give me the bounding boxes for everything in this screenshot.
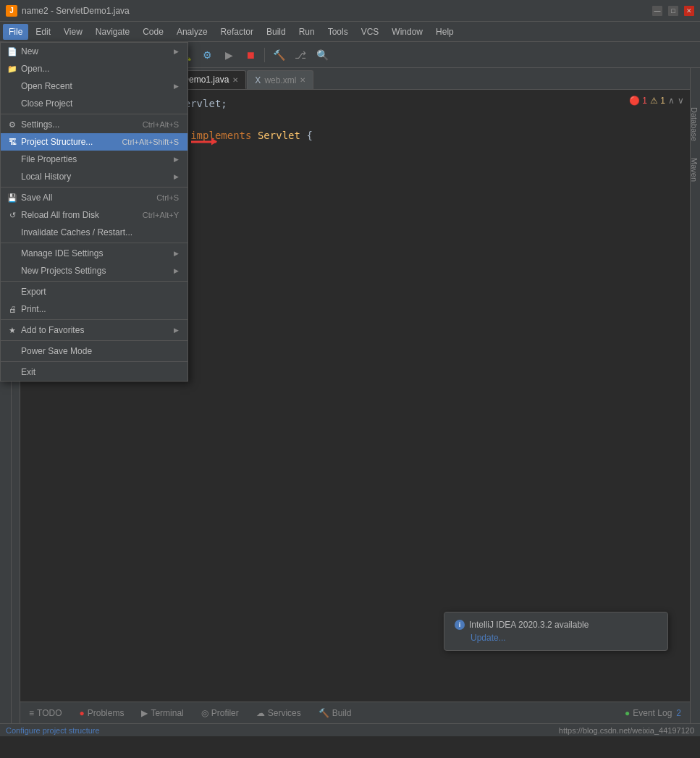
sep-7 [1, 361, 187, 362]
fav-icon: ★ [7, 324, 18, 336]
todo-icon: ≡ [29, 708, 34, 718]
menu-item-invalidate[interactable]: Invalidate Caches / Restart... [1, 224, 187, 241]
new-projects-label: New Projects Settings [21, 266, 106, 276]
menu-item-new[interactable]: 📄 New [1, 43, 187, 60]
close-project-icon [7, 98, 18, 109]
menu-item-settings[interactable]: ⚙ Settings... Ctrl+Alt+S [1, 116, 187, 133]
file-menu-dropdown: 📄 New 📁 Open... Open Recent Close Projec… [0, 42, 188, 382]
tab-servlet-close[interactable]: ✕ [232, 76, 238, 84]
git-button[interactable]: ⎇ [290, 45, 311, 65]
menu-run[interactable]: Run [293, 24, 321, 40]
red-arrow [191, 141, 216, 143]
app-icon: J [6, 5, 17, 17]
sep-3 [1, 243, 187, 243]
expand-button[interactable]: ∧ [668, 96, 675, 106]
tab-webxml[interactable]: X web.xml ✕ [247, 70, 313, 89]
menu-item-open[interactable]: 📁 Open... [1, 60, 187, 77]
tab-webxml-close[interactable]: ✕ [300, 76, 305, 84]
collapse-button[interactable]: ∨ [678, 96, 684, 106]
local-history-icon [7, 171, 18, 182]
warning-badge: ⚠ 1 [650, 96, 665, 106]
sidebar-tab-maven[interactable]: Maven [688, 155, 700, 185]
invalidate-icon [7, 227, 18, 238]
error-badge: 🔴 1 [629, 96, 647, 106]
terminal-label: Terminal [151, 708, 183, 718]
notification-popup: i IntelliJ IDEA 2020.3.2 available Updat… [444, 612, 668, 651]
menu-item-print[interactable]: 🖨 Print... [1, 300, 187, 318]
tool-build[interactable]: 🔨 Build [316, 707, 355, 720]
menu-code[interactable]: Code [137, 24, 169, 40]
close-button[interactable]: ✕ [684, 6, 694, 16]
new-label: New [21, 46, 38, 56]
sep-6 [1, 340, 187, 341]
menu-window[interactable]: Window [386, 24, 429, 40]
exit-icon [7, 366, 18, 378]
build-button[interactable]: 🔨 [269, 45, 289, 65]
search-button[interactable]: 🔍 [312, 45, 332, 65]
menu-item-manage-ide[interactable]: Manage IDE Settings [1, 245, 187, 262]
tool-todo[interactable]: ≡ TODO [26, 707, 64, 720]
open-label: Open... [21, 64, 49, 74]
menu-bar: File Edit View Navigate Code Analyze Ref… [0, 22, 700, 42]
menu-refactor[interactable]: Refactor [215, 24, 259, 40]
notification-update-link[interactable]: Update... [471, 633, 657, 643]
maximize-button[interactable]: □ [668, 6, 678, 16]
tab-webxml-icon: X [255, 75, 261, 85]
tool-problems[interactable]: ● Problems [76, 707, 127, 720]
exit-label: Exit [21, 367, 35, 377]
menu-help[interactable]: Help [430, 24, 460, 40]
tool-terminal[interactable]: ▶ Terminal [138, 707, 186, 720]
coverage-button[interactable]: ⚙ [197, 45, 217, 65]
build-icon: 🔨 [319, 708, 329, 718]
tool-services[interactable]: ☁ Services [253, 707, 304, 720]
tool-event-log[interactable]: ● Event Log 2 [622, 707, 684, 720]
stop-button[interactable]: ⏹ [240, 45, 261, 65]
right-sidebar: Database Maven [690, 68, 700, 723]
menu-item-local-history[interactable]: Local History [1, 168, 187, 185]
menu-vcs[interactable]: VCS [355, 24, 385, 40]
menu-item-reload[interactable]: ↺ Reload All from Disk Ctrl+Alt+Y [1, 206, 187, 224]
profiler-label: Profiler [211, 708, 239, 718]
settings-icon: ⚙ [7, 119, 18, 130]
menu-edit[interactable]: Edit [30, 24, 56, 40]
menu-item-power-save[interactable]: Power Save Mode [1, 342, 187, 360]
menu-item-open-recent[interactable]: Open Recent [1, 77, 187, 95]
export-icon [7, 286, 18, 298]
menu-navigate[interactable]: Navigate [90, 24, 135, 40]
menu-item-new-projects[interactable]: New Projects Settings [1, 262, 187, 279]
configure-link[interactable]: Configure project structure [6, 726, 100, 735]
menu-item-project-structure[interactable]: 🏗 Project Structure... Ctrl+Alt+Shift+S [1, 133, 187, 151]
print-label: Print... [21, 304, 46, 314]
open-recent-icon [7, 80, 18, 92]
menu-tools[interactable]: Tools [322, 24, 354, 40]
minimize-button[interactable]: — [652, 6, 662, 16]
menu-view[interactable]: View [58, 24, 88, 40]
menu-item-save-all[interactable]: 💾 Save All Ctrl+S [1, 189, 187, 206]
close-project-label: Close Project [21, 98, 72, 109]
menu-item-exit[interactable]: Exit [1, 363, 187, 381]
problems-label: Problems [88, 708, 125, 718]
bottom-toolbar: ≡ TODO ● Problems ▶ Terminal ◎ Profiler … [20, 702, 690, 723]
info-icon: i [455, 620, 465, 630]
power-save-label: Power Save Mode [21, 346, 92, 356]
run2-button[interactable]: ▶ [219, 45, 239, 65]
sidebar-tab-database[interactable]: Database [688, 104, 700, 144]
todo-label: TODO [37, 708, 62, 718]
menu-build[interactable]: Build [261, 24, 292, 40]
save-all-label: Save All [21, 193, 52, 203]
open-recent-label: Open Recent [21, 81, 72, 91]
event-dot: ● [625, 708, 630, 718]
local-history-label: Local History [21, 172, 71, 182]
title-bar: J name2 - ServletDemo1.java — □ ✕ [0, 0, 700, 22]
tool-profiler[interactable]: ◎ Profiler [198, 707, 242, 720]
menu-item-close-project[interactable]: Close Project [1, 95, 187, 112]
dropdown-menu: 📄 New 📁 Open... Open Recent Close Projec… [0, 42, 188, 382]
project-structure-icon: 🏗 [7, 136, 18, 148]
menu-item-add-to-fav[interactable]: ★ Add to Favorites [1, 321, 187, 339]
menu-analyze[interactable]: Analyze [171, 24, 214, 40]
menu-item-file-properties[interactable]: File Properties [1, 151, 187, 168]
reload-label: Reload All from Disk [21, 210, 99, 220]
menu-file[interactable]: File [3, 24, 28, 40]
menu-item-export[interactable]: Export [1, 283, 187, 300]
error-gutter: 🔴 1 ⚠ 1 ∧ ∨ [629, 96, 684, 106]
